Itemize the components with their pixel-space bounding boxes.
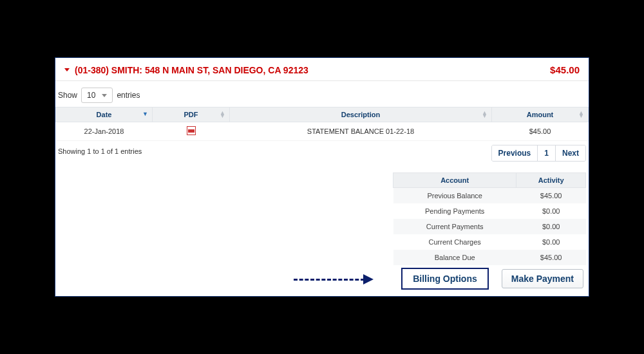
statements-table: Date ▼ PDF ▲▼ Description ▲▼ Amount ▲▼	[55, 107, 589, 141]
account-header: (01-380) SMITH: 548 N MAIN ST, SAN DIEGO…	[55, 58, 589, 81]
table-row: 22-Jan-2018 STATEMENT BALANCE 01-22-18 $…	[56, 122, 589, 141]
arrow-line	[294, 279, 365, 281]
col-account: Account	[393, 173, 516, 188]
cell-description: STATEMENT BALANCE 01-22-18	[230, 122, 492, 141]
cell-date: 22-Jan-2018	[56, 122, 153, 141]
col-date[interactable]: Date ▼	[56, 107, 153, 122]
summary-table: Account Activity Previous Balance$45.00 …	[393, 172, 586, 265]
page-1-button[interactable]: 1	[537, 145, 555, 161]
pager: Previous 1 Next	[491, 145, 586, 162]
summary-row: Current Payments$0.00	[393, 219, 586, 234]
next-button[interactable]: Next	[555, 145, 585, 161]
showing-info: Showing 1 to 1 of 1 entries	[58, 145, 142, 155]
length-select[interactable]: 10	[81, 88, 113, 103]
summary-row: Pending Payments$0.00	[393, 203, 586, 219]
cell-pdf	[153, 122, 230, 141]
summary-row: Balance Due$45.00	[393, 250, 586, 265]
col-description[interactable]: Description ▲▼	[230, 107, 492, 122]
pdf-icon[interactable]	[187, 126, 196, 135]
summary-row: Previous Balance$45.00	[393, 188, 586, 204]
sort-down-icon: ▼	[142, 113, 148, 116]
previous-button[interactable]: Previous	[492, 145, 538, 161]
account-panel: (01-380) SMITH: 548 N MAIN ST, SAN DIEGO…	[55, 57, 589, 297]
col-pdf[interactable]: PDF ▲▼	[153, 107, 230, 122]
length-value: 10	[87, 91, 95, 100]
show-label: Show	[58, 91, 77, 100]
col-amount[interactable]: Amount ▲▼	[492, 107, 589, 122]
account-amount: $45.00	[550, 64, 580, 75]
arrow-head-icon	[363, 274, 374, 284]
summary-panel: Account Activity Previous Balance$45.00 …	[393, 172, 586, 265]
annotation-arrow	[294, 274, 374, 284]
summary-row: Current Charges$0.00	[393, 234, 586, 250]
sort-icon: ▲▼	[220, 111, 225, 118]
action-buttons: Billing Options Make Payment	[401, 268, 583, 290]
entries-label: entries	[117, 91, 140, 100]
cell-amount: $45.00	[492, 122, 589, 141]
sort-icon: ▲▼	[482, 111, 488, 118]
col-activity: Activity	[516, 173, 586, 188]
caret-down-icon[interactable]	[64, 68, 70, 71]
billing-options-button[interactable]: Billing Options	[401, 268, 489, 290]
length-control: Show 10 entries	[55, 81, 589, 107]
make-payment-button[interactable]: Make Payment	[502, 269, 583, 288]
account-title: (01-380) SMITH: 548 N MAIN ST, SAN DIEGO…	[75, 65, 308, 75]
sort-icon: ▲▼	[578, 111, 584, 118]
chevron-down-icon	[102, 94, 107, 97]
